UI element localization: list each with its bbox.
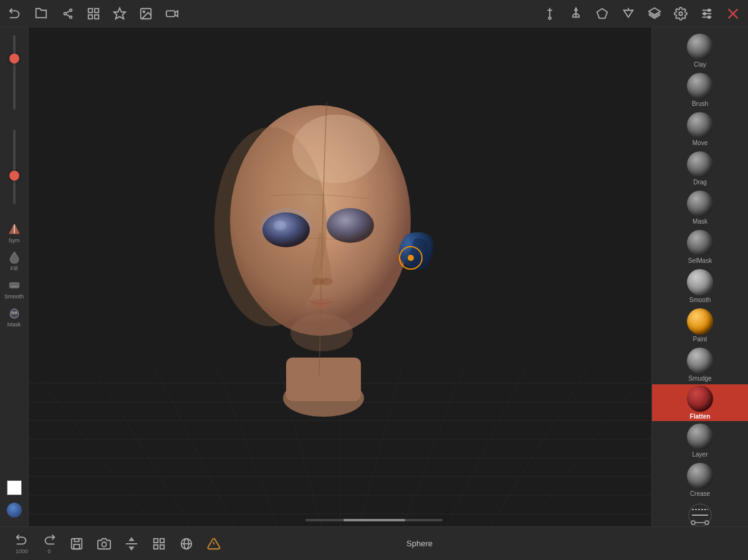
sliders-icon[interactable] xyxy=(699,6,714,21)
selmask-sphere xyxy=(687,230,713,256)
blue-color-swatch[interactable] xyxy=(7,503,22,518)
brush-label: Brush xyxy=(692,100,708,107)
crease-label: Crease xyxy=(690,490,710,497)
svg-rect-7 xyxy=(89,14,92,18)
svg-rect-6 xyxy=(95,8,98,12)
top-toolbar xyxy=(0,0,748,27)
svg-rect-12 xyxy=(166,11,175,16)
flatten-brush[interactable]: Flatten xyxy=(652,384,748,421)
scroll-indicator-thumb xyxy=(343,519,405,521)
environment-button[interactable] xyxy=(175,534,198,553)
svg-line-53 xyxy=(490,364,590,526)
layer-sphere xyxy=(687,424,713,450)
undo-icon[interactable] xyxy=(7,6,22,21)
topology-icon[interactable] xyxy=(595,6,610,21)
layer-label: Layer xyxy=(692,451,707,458)
svg-rect-88 xyxy=(160,538,164,542)
svg-point-0 xyxy=(64,12,67,15)
main-canvas[interactable] xyxy=(29,27,651,526)
pen-tool-icon[interactable] xyxy=(542,6,557,21)
redo-button[interactable]: 0 xyxy=(37,531,61,557)
svg-point-25 xyxy=(708,9,711,11)
paint-sphere xyxy=(687,308,713,335)
svg-point-59 xyxy=(292,115,380,183)
svg-rect-8 xyxy=(95,14,98,18)
svg-rect-5 xyxy=(89,8,92,12)
crease-sphere xyxy=(687,463,713,489)
clay-brush[interactable]: Clay xyxy=(652,31,748,70)
close-cross-icon[interactable] xyxy=(726,6,741,21)
undo-count: 1000 xyxy=(16,548,28,554)
bottom-toolbar: 1000 0 xyxy=(0,526,748,560)
mask-left-label: Mask xyxy=(7,321,21,328)
mirror-icon[interactable] xyxy=(621,6,636,21)
undo-button[interactable]: 1000 xyxy=(10,531,34,557)
intensity-slider-thumb[interactable] xyxy=(9,171,19,181)
svg-point-66 xyxy=(290,314,353,351)
flatten-sphere xyxy=(687,386,713,412)
top-left-tools xyxy=(7,6,180,21)
intensity-slider-track[interactable] xyxy=(13,130,16,204)
top-right-tools xyxy=(542,6,741,21)
flatten-label: Flatten xyxy=(690,413,711,420)
sym-tool[interactable]: Sym xyxy=(0,219,28,247)
white-color-swatch[interactable] xyxy=(7,480,22,495)
head-3d-model xyxy=(189,52,464,420)
mesh-name-display: Sphere xyxy=(394,536,445,551)
redo-count: 0 xyxy=(47,548,50,554)
share-icon[interactable] xyxy=(60,6,75,21)
smudge-brush[interactable]: Smudge xyxy=(652,345,748,384)
layers-icon[interactable] xyxy=(647,6,662,21)
paint-brush[interactable]: Paint xyxy=(652,306,748,345)
svg-line-54 xyxy=(527,364,651,526)
files-icon[interactable] xyxy=(34,6,49,21)
save-button[interactable] xyxy=(65,534,89,553)
effects-icon[interactable] xyxy=(112,6,127,21)
trim-brush[interactable]: Trim xyxy=(652,500,748,526)
smooth-brush[interactable]: Smooth xyxy=(652,267,748,306)
smooth-left-label: Smooth xyxy=(4,293,24,300)
bottom-left-tools: 1000 0 xyxy=(10,531,226,557)
layer-brush[interactable]: Layer xyxy=(652,421,748,460)
svg-line-4 xyxy=(66,14,70,16)
mask-brush-label: Mask xyxy=(693,218,707,225)
mask-left-tool[interactable]: Mask xyxy=(0,303,28,331)
grid-view-button[interactable] xyxy=(147,534,171,553)
settings-icon[interactable] xyxy=(673,6,688,21)
warning-button[interactable] xyxy=(202,534,226,553)
svg-point-63 xyxy=(327,208,374,243)
capture-button[interactable] xyxy=(92,534,116,553)
svg-line-44 xyxy=(29,364,153,526)
move-label: Move xyxy=(693,140,707,146)
svg-rect-32 xyxy=(9,283,19,288)
selmask-brush[interactable]: SelMask xyxy=(652,227,748,267)
intensity-slider-container[interactable] xyxy=(0,127,28,207)
fill-tool[interactable]: Fill xyxy=(0,247,28,275)
size-slider-container[interactable] xyxy=(0,32,28,112)
svg-marker-9 xyxy=(114,7,125,18)
smooth-left-tool[interactable]: Smooth xyxy=(0,275,28,303)
drag-brush[interactable]: Drag xyxy=(652,149,748,188)
anchor-icon[interactable] xyxy=(568,6,583,21)
mask-sphere xyxy=(687,191,713,217)
grid-icon[interactable] xyxy=(86,6,101,21)
move-brush[interactable]: Move xyxy=(652,110,748,149)
color-blue[interactable] xyxy=(0,499,28,521)
video-icon[interactable] xyxy=(165,6,180,21)
smooth-sphere xyxy=(687,269,713,295)
size-slider-track[interactable] xyxy=(13,35,16,110)
paint-label: Paint xyxy=(693,336,707,343)
svg-point-34 xyxy=(11,312,13,314)
left-sidebar: Sym Fill Smooth Mask xyxy=(0,27,29,526)
svg-rect-89 xyxy=(154,544,158,548)
flip-button[interactable] xyxy=(120,534,143,553)
sym-label: Sym xyxy=(9,237,20,244)
size-slider-thumb[interactable] xyxy=(9,54,19,64)
crease-brush[interactable]: Crease xyxy=(652,460,748,500)
image-icon[interactable] xyxy=(138,6,153,21)
scroll-indicator[interactable] xyxy=(305,519,443,521)
color-white[interactable] xyxy=(0,477,28,499)
mask-brush[interactable]: Mask xyxy=(652,188,748,227)
svg-point-65 xyxy=(320,278,333,285)
brush-brush[interactable]: Brush xyxy=(652,70,748,110)
